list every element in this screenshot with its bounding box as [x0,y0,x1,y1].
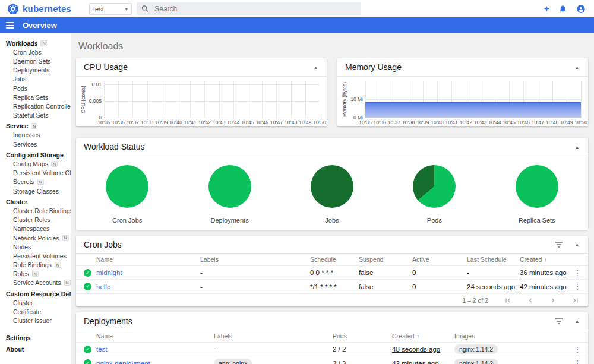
sidebar-item-about[interactable]: About [0,344,71,353]
sidebar-item-namespaces[interactable]: Namespaces [0,224,71,233]
previous-page-button[interactable] [526,296,535,305]
sidebar-item-nodes[interactable]: Nodes [0,242,71,251]
sidebar-item-roles[interactable]: RolesN [0,270,71,278]
namespace-select[interactable]: test ▾ [89,3,132,15]
search-bar[interactable] [137,2,361,15]
row-menu-button[interactable]: ⋮ [567,268,588,277]
sidebar-item-cluster[interactable]: Cluster [0,298,71,307]
filter-button[interactable] [555,318,563,325]
column-header-images[interactable]: Images [454,333,567,340]
last-page-button[interactable] [571,296,580,305]
column-header-schedule[interactable]: Schedule [310,256,359,263]
sidebar-item-ingresses[interactable]: Ingresses [0,131,71,140]
row-menu-button[interactable]: ⋮ [567,282,588,291]
sidebar-item-service-accounts[interactable]: Service AccountsN [0,278,71,287]
deployment-link[interactable]: nginx-deployment [96,360,214,364]
column-header-active[interactable]: Active [412,256,467,263]
x-tick-label: 10:43 [474,119,486,125]
row-menu-button[interactable]: ⋮ [567,345,588,354]
namespaced-badge: N [62,235,69,241]
sidebar-item-services[interactable]: Services [0,140,71,148]
sidebar-item-certificate[interactable]: Certificate [0,307,71,316]
kubernetes-logo[interactable]: kubernetes [7,3,71,15]
top-bar: kubernetes test ▾ + [0,0,594,17]
workload-status-pie-pods: Pods [413,165,456,224]
menu-icon[interactable] [6,22,14,29]
sidebar-item-cluster[interactable]: Cluster [0,197,71,206]
collapse-icon[interactable]: ▴ [574,316,580,325]
sidebar-item-persistent-volume-claims[interactable]: Persistent Volume ClaimsN [0,169,71,178]
status-cell: ✓ [76,359,96,364]
filter-icon [555,241,563,248]
sidebar-item-storage-classes[interactable]: Storage Classes [0,186,71,195]
sidebar-item-config-and-storage[interactable]: Config and Storage [0,150,71,159]
column-header-suspend[interactable]: Suspend [359,256,412,263]
sidebar-item-replication-controllers[interactable]: Replication Controllers [0,102,71,110]
column-header-pods[interactable]: Pods [333,333,392,340]
search-input[interactable] [154,5,356,13]
column-header-created[interactable]: Created↑ [520,256,567,263]
gridline [104,81,105,118]
sidebar-item-role-bindings[interactable]: Role BindingsN [0,261,71,270]
column-header-labels[interactable]: Labels [200,256,310,263]
column-header-name[interactable]: Name [96,256,200,263]
sidebar-item-service[interactable]: ServiceN [0,122,71,131]
sidebar-item-workloads[interactable]: WorkloadsN [0,39,71,48]
deployments-title: Deployments [84,316,555,326]
sidebar-item-cluster-issuer[interactable]: Cluster Issuer [0,316,71,325]
x-tick-label: 10:48 [546,119,558,125]
sidebar-item-cron-jobs[interactable]: Cron Jobs [0,48,71,56]
gridline [262,81,263,118]
sidebar-item-network-policies[interactable]: Network PoliciesN [0,233,71,242]
sidebar-item-settings[interactable]: Settings [0,334,71,343]
x-tick-label: 10:45 [503,119,515,125]
user-menu-button[interactable] [576,4,586,14]
status-cell: ✓ [76,269,96,277]
create-resource-button[interactable]: + [544,4,549,14]
column-header-labels[interactable]: Labels [214,333,333,340]
column-header-name[interactable]: Name [96,333,214,340]
memory-usage-card: Memory Usage ▴ Memory (bytes) 10 Mi0 Mi … [337,58,588,126]
cron-job-link[interactable]: hello [96,283,200,290]
sidebar-item-config-maps[interactable]: Config MapsN [0,159,71,168]
sidebar-item-replica-sets[interactable]: Replica Sets [0,93,71,102]
sidebar-item-deployments[interactable]: Deployments [0,66,71,75]
row-menu-button[interactable]: ⋮ [567,359,588,364]
column-header-last-schedule[interactable]: Last Schedule [467,256,520,263]
cron-jobs-title: Cron Jobs [84,240,555,249]
x-tick-label: 10:44 [227,119,239,125]
workload-status-pie-deployments: Deployments [208,165,251,224]
collapse-icon[interactable]: ▴ [574,240,580,249]
next-page-button[interactable] [549,296,557,305]
app-toolbar: Overview [0,17,594,33]
pie-label: Deployments [210,217,248,224]
sidebar-item-pods[interactable]: Pods [0,84,71,93]
sidebar-item-stateful-sets[interactable]: Stateful Sets [0,111,71,120]
check-circle-icon: ✓ [84,269,91,277]
collapse-icon[interactable]: ▴ [574,63,580,72]
filter-icon [555,318,563,325]
first-page-button[interactable] [504,296,512,305]
x-tick-label: 10:44 [488,119,501,125]
sidebar-item-cluster-roles[interactable]: Cluster Roles [0,216,71,224]
toolbar-title: Overview [23,21,57,30]
deployment-link[interactable]: test [96,346,214,353]
filter-button[interactable] [555,241,563,248]
sidebar-item-persistent-volumes[interactable]: Persistent Volumes [0,251,71,260]
x-tick-label: 10:50 [313,119,326,125]
sidebar-item-jobs[interactable]: Jobs [0,75,71,84]
y-tick-label: 0.005 [89,98,102,104]
search-icon [141,5,148,12]
sidebar-item-cluster-role-bindings[interactable]: Cluster Role Bindings [0,206,71,215]
cron-job-link[interactable]: midnight [96,269,200,276]
sidebar-item-secrets[interactable]: SecretsN [0,178,71,186]
column-header-created[interactable]: Created↑ [392,333,454,340]
table-header-row: NameLabelsPodsCreated↑Images [76,330,588,343]
sidebar-item-daemon-sets[interactable]: Daemon Sets [0,56,71,65]
sidebar-item-custom-resource-definitions[interactable]: Custom Resource Definitions [0,289,71,298]
status-cell: ✓ [76,346,96,353]
collapse-icon[interactable]: ▴ [312,63,319,72]
notifications-button[interactable] [558,4,567,13]
collapse-icon[interactable]: ▴ [574,143,580,151]
table-header-row: NameLabelsScheduleSuspendActiveLast Sche… [76,254,588,266]
